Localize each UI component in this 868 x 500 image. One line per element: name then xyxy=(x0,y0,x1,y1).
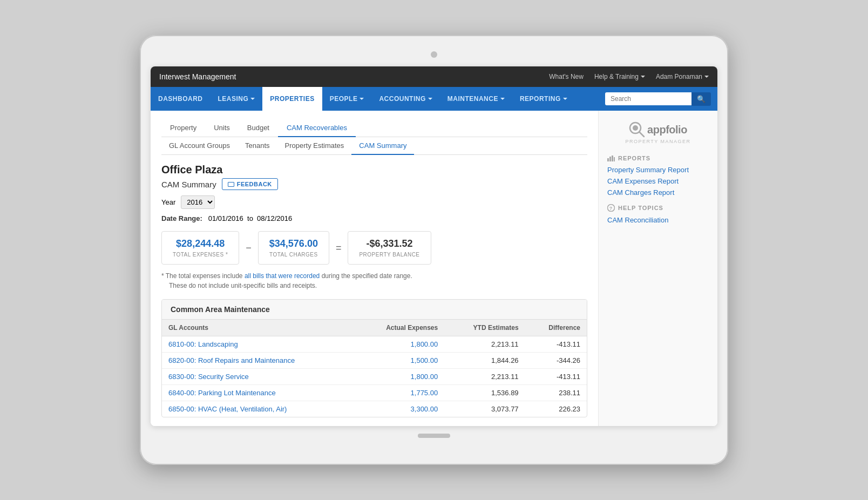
user-menu-link[interactable]: Adam Ponaman xyxy=(656,73,709,80)
nav-search-area: 🔍 xyxy=(599,87,717,111)
section-title-row: CAM Summary FEEDBACK xyxy=(161,178,587,190)
tab-cam-summary[interactable]: CAM Summary xyxy=(351,137,414,155)
date-range: Date Range: 01/01/2016 to 08/12/2016 xyxy=(161,214,587,222)
nav-item-accounting[interactable]: ACCOUNTING xyxy=(371,87,439,111)
tab-gl-account-groups[interactable]: GL Account Groups xyxy=(161,137,238,155)
col-header-actual: Actual Expenses xyxy=(355,320,444,336)
cam-ytd-3: 1,536.89 xyxy=(444,385,525,401)
cam-actual-0: 1,800.00 xyxy=(355,336,444,353)
cam-account-2: 6830-00: Security Service xyxy=(162,369,355,385)
balance-row: $28,244.48 TOTAL EXPENSES * − $34,576.00… xyxy=(161,231,587,265)
tab-property-estimates[interactable]: Property Estimates xyxy=(277,137,352,155)
date-range-to: 08/12/2016 xyxy=(257,214,292,222)
browser-window: Interwest Management What's New Help & T… xyxy=(151,66,717,426)
brand-name: Interwest Management xyxy=(159,72,236,81)
total-charges-box: $34,576.00 TOTAL CHARGES xyxy=(258,231,329,265)
cam-account-link-1[interactable]: 6820-00: Roof Repairs and Maintenance xyxy=(168,356,295,364)
search-button[interactable]: 🔍 xyxy=(691,92,711,106)
cam-diff-3: 238.11 xyxy=(525,385,587,401)
feedback-button[interactable]: FEEDBACK xyxy=(222,178,278,190)
tab-units[interactable]: Units xyxy=(205,119,239,137)
maintenance-chevron-icon xyxy=(500,98,505,100)
search-input[interactable] xyxy=(605,92,691,105)
content-wrapper: Property Units Budget CAM Recoverables xyxy=(151,111,717,426)
sidebar-property-summary-report[interactable]: Property Summary Report xyxy=(607,166,709,174)
svg-point-1 xyxy=(633,125,638,131)
sidebar-cam-reconciliation[interactable]: CAM Reconciliation xyxy=(607,216,709,224)
tab-tenants[interactable]: Tenants xyxy=(238,137,277,155)
total-expenses-label: TOTAL EXPENSES * xyxy=(173,252,228,258)
nav-item-maintenance[interactable]: MAINTENANCE xyxy=(440,87,512,111)
nav-item-properties[interactable]: PROPERTIES xyxy=(262,87,322,111)
cam-account-link-2[interactable]: 6830-00: Security Service xyxy=(168,373,249,381)
year-select[interactable]: 2016 2015 2014 xyxy=(181,195,215,209)
tab-property[interactable]: Property xyxy=(161,119,205,137)
appfolio-logo-text: appfolio xyxy=(647,124,687,136)
cam-actual-3: 1,775.00 xyxy=(355,385,444,401)
footnote-after-link: during the specified date range. xyxy=(320,272,412,280)
whats-new-link[interactable]: What's New xyxy=(549,73,584,80)
cam-section-title: Common Area Maintenance xyxy=(162,300,587,320)
device-camera xyxy=(431,51,437,58)
cam-summary-title: CAM Summary xyxy=(161,180,216,189)
year-row: Year 2016 2015 2014 xyxy=(161,195,587,209)
table-row: 6850-00: HVAC (Heat, Ventilation, Air) 3… xyxy=(162,401,587,417)
table-row: 6840-00: Parking Lot Maintenance 1,775.0… xyxy=(162,385,587,401)
cam-table-header: GL Accounts Actual Expenses YTD Estimate… xyxy=(162,320,587,336)
cam-actual-1: 1,500.00 xyxy=(355,353,444,369)
svg-rect-6 xyxy=(614,157,615,161)
svg-text:?: ? xyxy=(609,206,613,211)
top-nav-right: What's New Help & Training Adam Ponaman xyxy=(549,73,709,80)
footnote-line2: These do not include unit-specific bills… xyxy=(161,282,317,289)
cam-account-link-3[interactable]: 6840-00: Parking Lot Maintenance xyxy=(168,389,276,397)
cam-actual-2: 1,800.00 xyxy=(355,369,444,385)
cam-ytd-4: 3,073.77 xyxy=(444,401,525,417)
footnote-link[interactable]: all bills that were recorded xyxy=(245,272,320,280)
help-training-link[interactable]: Help & Training xyxy=(594,73,645,80)
cam-table: GL Accounts Actual Expenses YTD Estimate… xyxy=(162,320,587,417)
table-row: 6810-00: Landscaping 1,800.00 2,213.11 -… xyxy=(162,336,587,353)
col-header-diff: Difference xyxy=(525,320,587,336)
total-charges-amount: $34,576.00 xyxy=(269,238,318,249)
cam-table-body: 6810-00: Landscaping 1,800.00 2,213.11 -… xyxy=(162,336,587,417)
nav-item-people[interactable]: PEOPLE xyxy=(322,87,372,111)
total-charges-label: TOTAL CHARGES xyxy=(269,252,318,258)
total-expenses-amount: $28,244.48 xyxy=(173,238,228,249)
svg-rect-4 xyxy=(609,157,611,161)
cam-diff-1: -344.26 xyxy=(525,353,587,369)
email-icon xyxy=(228,182,234,187)
nav-item-leasing[interactable]: LEASING xyxy=(211,87,263,111)
cam-account-3: 6840-00: Parking Lot Maintenance xyxy=(162,385,355,401)
date-range-label: Date Range: xyxy=(161,214,202,222)
nav-item-dashboard[interactable]: DASHBOARD xyxy=(151,87,211,111)
year-label: Year xyxy=(161,198,175,206)
sidebar-cam-expenses-report[interactable]: CAM Expenses Report xyxy=(607,177,709,185)
cam-account-link-0[interactable]: 6810-00: Landscaping xyxy=(168,340,238,348)
cam-account-1: 6820-00: Roof Repairs and Maintenance xyxy=(162,353,355,369)
accounting-chevron-icon xyxy=(428,98,432,100)
tab-budget[interactable]: Budget xyxy=(239,119,278,137)
footnote-asterisk: * The total expenses include xyxy=(161,272,245,280)
top-nav-bar: Interwest Management What's New Help & T… xyxy=(151,66,717,87)
cam-account-link-4[interactable]: 6850-00: HVAC (Heat, Ventilation, Air) xyxy=(168,405,287,413)
property-balance-box: -$6,331.52 PROPERTY BALANCE xyxy=(348,231,431,265)
col-header-ytd: YTD Estimates xyxy=(444,320,525,336)
help-circle-icon: ? xyxy=(607,204,615,212)
sidebar-help-title: ? HELP TOPICS xyxy=(607,204,709,212)
tab-cam-recoverables[interactable]: CAM Recoverables xyxy=(278,119,356,137)
cam-section: Common Area Maintenance GL Accounts Actu… xyxy=(161,299,587,417)
main-nav: DASHBOARD LEASING PROPERTIES PEOPLE ACCO… xyxy=(151,87,717,111)
tabs-secondary: GL Account Groups Tenants Property Estim… xyxy=(161,137,587,155)
sidebar: appfolio Property Manager REPORTS xyxy=(599,111,717,426)
date-range-from: 01/01/2016 xyxy=(208,214,243,222)
svg-rect-5 xyxy=(612,156,613,161)
date-range-separator: to xyxy=(247,214,253,222)
cam-diff-2: -413.11 xyxy=(525,369,587,385)
appfolio-logo-icon xyxy=(629,121,645,138)
property-name: Office Plaza xyxy=(161,164,587,176)
sidebar-cam-charges-report[interactable]: CAM Charges Report xyxy=(607,188,709,197)
sidebar-help-section: ? HELP TOPICS CAM Reconciliation xyxy=(607,204,709,224)
svg-rect-3 xyxy=(607,158,609,161)
main-content: Property Units Budget CAM Recoverables xyxy=(151,111,599,426)
nav-item-reporting[interactable]: REPORTING xyxy=(512,87,575,111)
